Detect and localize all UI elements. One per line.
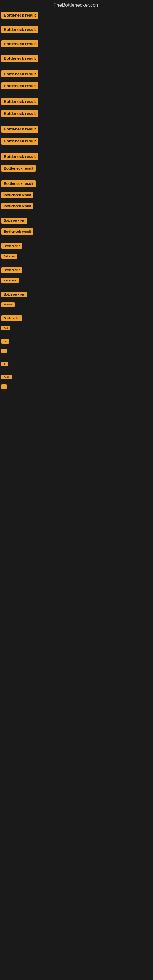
bottleneck-item: Bottlene — [1, 302, 153, 307]
bottleneck-item: | — [1, 384, 153, 389]
bottleneck-badge[interactable]: Bottleneck result — [1, 83, 38, 89]
bottleneck-item: Bottleneck result — [1, 153, 153, 160]
bottleneck-item: Bottleneck r — [1, 267, 153, 273]
bottleneck-item: Bottleneck r — [1, 243, 153, 249]
site-title: TheBottlenecker.com — [0, 0, 153, 12]
bottleneck-item: Bottleneck result — [1, 83, 153, 89]
bottleneck-item: Bottleneck result — [1, 192, 153, 198]
bottleneck-item: Bottleneck result — [1, 55, 153, 62]
bottleneck-item: Bottleneck r — [1, 315, 153, 321]
bottleneck-item: Bottleneck result — [1, 180, 153, 187]
bottleneck-badge[interactable]: Bott — [1, 326, 10, 331]
bottleneck-badge[interactable]: Bottleneck result — [1, 55, 38, 62]
bottleneck-badge[interactable]: Bottleneck result — [1, 165, 36, 172]
bottleneck-item: | — [1, 348, 153, 353]
bottleneck-item: Bottleneck result — [1, 40, 153, 48]
bottleneck-item: Bottleneck result — [1, 203, 153, 209]
bottleneck-badge[interactable]: Bottlenec — [1, 254, 17, 259]
bottleneck-item: B — [1, 362, 153, 366]
bottleneck-badge[interactable]: Bottleneck result — [1, 229, 33, 235]
bottleneck-item: Bottleneck — [1, 278, 153, 283]
bottleneck-item: Bott — [1, 326, 153, 331]
bottleneck-item: Bottleneck result — [1, 229, 153, 235]
bottleneck-badge[interactable]: Bo — [1, 339, 9, 344]
bottleneck-badge[interactable]: Bottleneck result — [1, 12, 38, 19]
bottleneck-badge[interactable]: B — [1, 362, 8, 366]
bottleneck-badge[interactable]: Bottleneck result — [1, 126, 38, 133]
bottleneck-badge[interactable]: Bottleneck result — [1, 110, 38, 117]
bottleneck-badge[interactable]: Bottleneck result — [1, 70, 38, 78]
bottleneck-badge[interactable]: Bottleneck r — [1, 243, 22, 249]
bottleneck-badge[interactable]: | — [1, 384, 7, 389]
bottleneck-item: Bottleneck result — [1, 98, 153, 105]
bottleneck-item: Bottleneck res — [1, 291, 153, 298]
bottleneck-item: Bottle — [1, 375, 153, 379]
bottleneck-badge[interactable]: Bottleneck result — [1, 203, 33, 209]
bottleneck-badge[interactable]: Bottleneck result — [1, 26, 38, 33]
bottleneck-badge[interactable]: Bottleneck result — [1, 137, 38, 145]
bottleneck-item: Bottleneck result — [1, 12, 153, 19]
bottleneck-badge[interactable]: Bottleneck res — [1, 218, 27, 224]
bottleneck-badge[interactable]: Bottleneck result — [1, 180, 36, 187]
bottleneck-badge[interactable]: Bottleneck result — [1, 153, 38, 160]
bottleneck-badge[interactable]: Bottleneck result — [1, 98, 38, 105]
bottleneck-item: Bo — [1, 339, 153, 344]
bottleneck-badge[interactable]: Bottlene — [1, 302, 15, 307]
bottleneck-badge[interactable]: Bottleneck result — [1, 40, 38, 48]
bottleneck-badge[interactable]: Bottleneck res — [1, 291, 27, 298]
bottleneck-badge[interactable]: Bottleneck result — [1, 192, 33, 198]
bottleneck-item: Bottleneck result — [1, 110, 153, 117]
bottleneck-badge[interactable]: Bottleneck r — [1, 315, 22, 321]
bottleneck-item: Bottleneck result — [1, 137, 153, 145]
bottleneck-item: Bottleneck result — [1, 26, 153, 33]
bottleneck-badge[interactable]: Bottleneck r — [1, 267, 22, 273]
bottleneck-item: Bottleneck result — [1, 165, 153, 172]
bottleneck-item: Bottleneck res — [1, 218, 153, 224]
bottleneck-badge[interactable]: Bottle — [1, 375, 12, 379]
bottleneck-item: Bottleneck result — [1, 70, 153, 78]
bottleneck-badge[interactable]: Bottleneck — [1, 278, 19, 283]
bottleneck-item: Bottlenec — [1, 254, 153, 259]
bottleneck-badge[interactable]: | — [1, 348, 7, 353]
bottleneck-item: Bottleneck result — [1, 126, 153, 133]
